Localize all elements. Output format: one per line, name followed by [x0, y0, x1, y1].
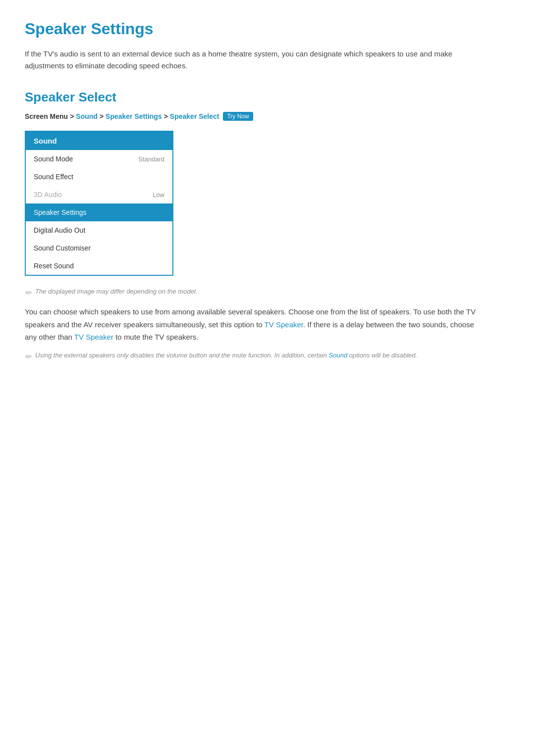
breadcrumb-sep2: >: [100, 112, 104, 120]
menu-item-sound-customiser-label: Sound Customiser: [34, 244, 91, 252]
breadcrumb: Screen Menu > Sound > Speaker Settings >…: [25, 112, 510, 121]
page-title: Speaker Settings: [25, 20, 510, 38]
menu-item-3d-audio[interactable]: 3D Audio Low: [26, 186, 172, 203]
menu-item-sound-effect[interactable]: Sound Effect: [26, 168, 172, 186]
menu-item-reset-sound-label: Reset Sound: [34, 262, 74, 270]
menu-item-sound-mode[interactable]: Sound Mode Standard: [26, 150, 172, 168]
pencil-icon-2: ✏: [25, 352, 31, 361]
menu-item-speaker-settings[interactable]: Speaker Settings: [26, 203, 172, 221]
body-paragraph: You can choose which speakers to use fro…: [25, 305, 481, 344]
menu-header: Sound: [26, 132, 172, 150]
menu-item-reset-sound[interactable]: Reset Sound: [26, 257, 172, 275]
breadcrumb-sep1: >: [70, 112, 74, 120]
menu-item-sound-effect-label: Sound Effect: [34, 173, 73, 181]
note-2-block: ✏ Using the external speakers only disab…: [25, 352, 481, 361]
menu-item-3d-audio-value: Low: [153, 191, 164, 199]
note-1-block: ✏ The displayed image may differ dependi…: [25, 288, 510, 298]
tv-speaker-link-1[interactable]: TV Speaker: [265, 320, 303, 329]
breadcrumb-screen-menu: Screen Menu: [25, 112, 68, 120]
section-title: Speaker Select: [25, 90, 510, 105]
try-now-badge[interactable]: Try Now: [223, 112, 253, 121]
breadcrumb-speaker-select[interactable]: Speaker Select: [170, 112, 219, 120]
menu-item-sound-mode-value: Standard: [138, 155, 164, 163]
menu-item-digital-audio-out[interactable]: Digital Audio Out: [26, 221, 172, 239]
menu-item-sound-mode-label: Sound Mode: [34, 155, 73, 163]
menu-item-digital-audio-out-label: Digital Audio Out: [34, 226, 85, 234]
note-2-text: Using the external speakers only disable…: [35, 352, 417, 359]
sound-menu: Sound Sound Mode Standard Sound Effect 3…: [25, 131, 173, 276]
pencil-icon: ✏: [25, 288, 31, 298]
intro-paragraph: If the TV's audio is sent to an external…: [25, 48, 471, 72]
menu-item-3d-audio-label: 3D Audio: [34, 191, 62, 199]
note-1-text: The displayed image may differ depending…: [35, 288, 197, 295]
breadcrumb-sound[interactable]: Sound: [76, 112, 98, 120]
breadcrumb-speaker-settings[interactable]: Speaker Settings: [106, 112, 162, 120]
sound-link[interactable]: Sound: [329, 352, 348, 359]
menu-item-speaker-settings-label: Speaker Settings: [34, 208, 87, 216]
breadcrumb-sep3: >: [164, 112, 168, 120]
tv-speaker-link-2[interactable]: TV Speaker: [74, 333, 113, 341]
menu-item-sound-customiser[interactable]: Sound Customiser: [26, 239, 172, 257]
